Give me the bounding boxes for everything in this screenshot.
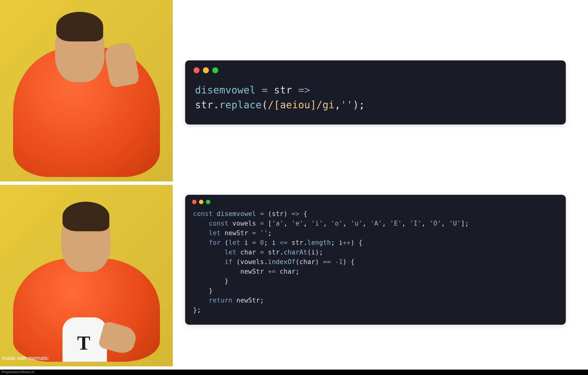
minimize-icon [203, 67, 209, 73]
tesla-logo-icon: T [77, 332, 90, 354]
traffic-lights [185, 195, 566, 206]
code-window-concise: disemvowel = str => str.replace(/[aeiou]… [185, 60, 566, 125]
traffic-lights [185, 60, 566, 76]
close-icon [192, 200, 196, 204]
watermark-source: ProgrammerHumor.io [1, 370, 34, 374]
maximize-icon [206, 200, 210, 204]
top-row: disemvowel = str => str.replace(/[aeiou]… [0, 0, 588, 185]
meme-panel-approve: T made with mematic [0, 185, 173, 367]
minimize-icon [199, 200, 203, 204]
close-icon [194, 67, 199, 73]
maximize-icon [212, 67, 218, 73]
bottom-row: T made with mematic const disemvowel = (… [0, 185, 588, 370]
code-block-concise: disemvowel = str => str.replace(/[aeiou]… [185, 76, 566, 120]
hair-icon [56, 12, 103, 41]
meme-panel-reject [0, 0, 173, 182]
watermark-mematic: made with mematic [2, 355, 49, 361]
figure-approving: T [13, 189, 160, 362]
footer-bar: ProgrammerHumor.io [0, 370, 588, 375]
code-side-top: disemvowel = str => str.replace(/[aeiou]… [173, 0, 588, 185]
code-window-verbose: const disemvowel = (str) => { const vowe… [185, 195, 566, 325]
hair-icon [62, 202, 109, 231]
code-side-bottom: const disemvowel = (str) => { const vowe… [173, 185, 588, 370]
meme-container: disemvowel = str => str.replace(/[aeiou]… [0, 0, 588, 375]
code-block-verbose: const disemvowel = (str) => { const vowe… [185, 206, 566, 320]
figure-rejecting [13, 4, 160, 177]
